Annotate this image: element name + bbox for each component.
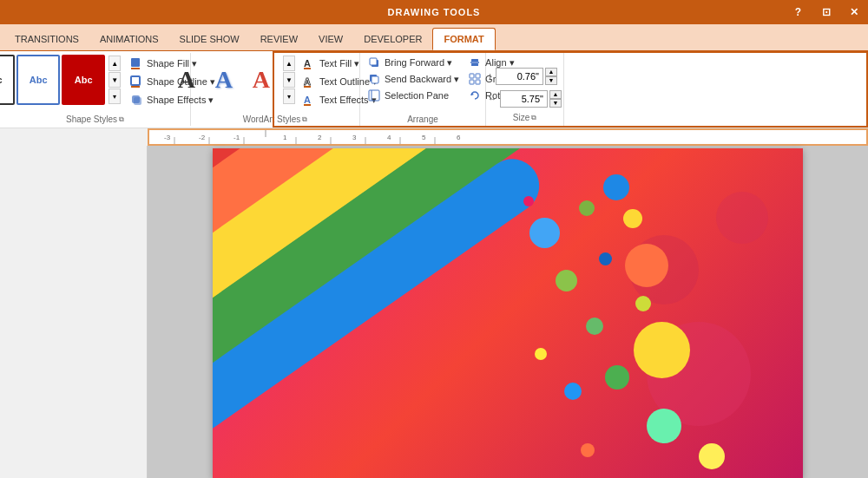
svg-rect-16 — [369, 90, 379, 101]
size-expand-icon[interactable]: ⧉ — [531, 114, 536, 122]
svg-text:-1: -1 — [233, 134, 240, 141]
dot-blue-2 — [599, 252, 612, 265]
wordart-gallery: A A A ▲ ▼ ▾ — [169, 55, 295, 105]
selection-pane-label: Selection Pane — [385, 90, 449, 101]
text-effects-icon: A — [302, 93, 316, 107]
shape-styles-label: Shape Styles ⧉ — [3, 115, 187, 124]
dot-yellow-3 — [535, 348, 547, 360]
svg-text:5: 5 — [422, 134, 426, 141]
shape-effects-icon — [129, 93, 143, 107]
gallery-scroll-down[interactable]: ▼ — [108, 72, 121, 88]
arrange-content: Bring Forward ▾ Send Backward ▾ — [364, 55, 482, 113]
shape-styles-expand-icon[interactable]: ⧉ — [119, 115, 124, 124]
tab-animations[interactable]: ANIMATIONS — [89, 28, 169, 50]
dot-orange-2 — [581, 443, 595, 457]
slide-canvas[interactable] — [213, 148, 803, 478]
shape-style-btn-1[interactable]: Abc — [0, 55, 15, 105]
send-backward-icon — [367, 73, 381, 85]
wordart-btn-2[interactable]: A — [207, 55, 241, 105]
svg-text:A: A — [304, 58, 311, 69]
arrange-left: Bring Forward ▾ Send Backward ▾ — [364, 55, 463, 103]
close-button[interactable]: ✕ — [840, 0, 868, 24]
shape-styles-section: Abc Abc Abc ▲ ▼ ▾ — [0, 53, 191, 126]
svg-text:4: 4 — [387, 134, 391, 141]
wordart-btn-1[interactable]: A — [169, 55, 204, 105]
dot-pink-1 — [523, 196, 534, 206]
arrange-section: Bring Forward ▾ Send Backward ▾ — [360, 53, 486, 126]
svg-rect-7 — [304, 68, 311, 69]
ruler-svg: -3 -2 -1 1 2 3 4 5 6 — [148, 128, 867, 146]
height-down-button[interactable]: ▼ — [545, 76, 557, 85]
slide-panel — [0, 146, 148, 478]
title-bar-controls: ? ⊡ ✕ — [785, 0, 868, 24]
wordart-scroll-up[interactable]: ▲ — [283, 56, 295, 71]
dot-yellow-2 — [634, 322, 690, 378]
ruler-container: -3 -2 -1 1 2 3 4 5 6 — [0, 128, 868, 146]
wordart-btn-3[interactable]: A — [244, 55, 279, 105]
wordart-expand-icon[interactable]: ⧉ — [302, 115, 307, 124]
group-icon — [468, 73, 482, 85]
svg-text:6: 6 — [457, 134, 461, 141]
shape-style-btn-2[interactable]: Abc — [16, 55, 60, 105]
shape-style-gallery: Abc Abc Abc ▲ ▼ ▾ — [0, 55, 121, 105]
bring-forward-label: Bring Forward ▾ — [385, 57, 452, 69]
svg-rect-20 — [471, 63, 478, 66]
wordart-scroll-more[interactable]: ▾ — [283, 88, 295, 104]
gallery-scroll-up[interactable]: ▲ — [108, 56, 121, 71]
rotate-icon — [468, 89, 482, 101]
wordart-scroll-down[interactable]: ▼ — [283, 72, 295, 88]
dot-green-5 — [647, 409, 681, 443]
svg-rect-3 — [131, 86, 140, 88]
width-down-button[interactable]: ▼ — [549, 99, 562, 108]
wordart-label: WordArt Styles ⧉ — [194, 115, 356, 124]
height-input[interactable] — [496, 68, 543, 85]
width-input-row: ↔ ▲ ▼ — [488, 90, 562, 108]
main-area — [0, 146, 868, 478]
ruler: -3 -2 -1 1 2 3 4 5 6 — [148, 128, 868, 146]
ribbon-tabs: TRANSITIONS ANIMATIONS SLIDE SHOW REVIEW… — [0, 24, 868, 50]
text-outline-icon: A — [302, 75, 316, 88]
gallery-scroll-more[interactable]: ▾ — [108, 88, 121, 104]
shape-style-btn-3[interactable]: Abc — [62, 55, 105, 105]
selection-pane-button[interactable]: Selection Pane — [364, 88, 463, 103]
bring-forward-button[interactable]: Bring Forward ▾ — [364, 55, 463, 70]
tab-transitions[interactable]: TRANSITIONS — [4, 28, 89, 50]
tab-format[interactable]: FORMAT — [432, 28, 495, 50]
width-spinner: ▲ ▼ — [549, 90, 562, 108]
wordart-content: A A A ▲ ▼ ▾ A Text Fill ▾ — [169, 55, 381, 113]
gallery-scroll: ▲ ▼ ▾ — [108, 56, 121, 104]
tab-slideshow[interactable]: SLIDE SHOW — [169, 28, 250, 50]
wordart-styles-section: A A A ▲ ▼ ▾ A Text Fill ▾ — [191, 53, 360, 126]
dot-green-1 — [579, 200, 595, 216]
svg-text:A: A — [304, 76, 311, 87]
dot-green-3 — [586, 318, 603, 335]
send-backward-button[interactable]: Send Backward ▾ — [364, 71, 463, 87]
height-up-button[interactable]: ▲ — [545, 68, 557, 76]
tab-view[interactable]: VIEW — [308, 28, 353, 50]
wordart-scroll: ▲ ▼ ▾ — [283, 56, 295, 104]
help-button[interactable]: ? — [785, 0, 812, 24]
svg-text:3: 3 — [352, 134, 357, 141]
svg-text:A: A — [304, 95, 311, 105]
tab-developer[interactable]: DEVELOPER — [353, 28, 432, 50]
dot-blue-1 — [603, 174, 629, 200]
dot-orange-1 — [625, 244, 668, 287]
bring-forward-icon — [367, 56, 381, 69]
svg-rect-15 — [372, 76, 378, 83]
text-fill-icon: A — [302, 56, 316, 70]
content-area — [148, 146, 868, 478]
svg-rect-13 — [370, 58, 377, 65]
svg-rect-23 — [470, 80, 474, 84]
text-fill-label: Text Fill ▾ — [319, 58, 359, 69]
svg-rect-0 — [131, 58, 140, 67]
align-icon — [468, 56, 482, 69]
tab-review[interactable]: REVIEW — [250, 28, 308, 50]
dot-blue-4 — [564, 383, 582, 400]
height-spinner: ▲ ▼ — [545, 68, 557, 85]
height-icon: ↕ — [488, 71, 492, 81]
minimize-button[interactable]: ⊡ — [812, 0, 840, 24]
svg-text:2: 2 — [318, 134, 322, 141]
width-input[interactable] — [500, 90, 548, 108]
svg-rect-5 — [134, 97, 141, 105]
width-up-button[interactable]: ▲ — [549, 90, 562, 99]
